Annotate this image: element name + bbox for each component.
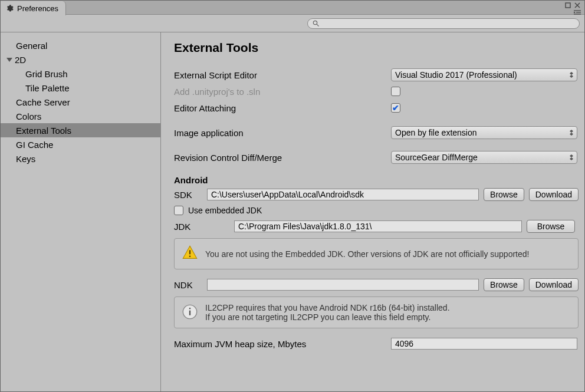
dropdown-revision-control[interactable]: SourceGear DiffMerge — [391, 151, 577, 164]
svg-rect-9 — [189, 250, 190, 254]
row-use-embedded-jdk: Use embedded JDK — [174, 204, 579, 217]
main-panel: External Tools External Script Editor Vi… — [161, 32, 584, 391]
label-editor-attaching: Editor Attaching — [174, 103, 391, 113]
dropdown-external-script-editor[interactable]: Visual Studio 2017 (Professional) — [391, 68, 577, 81]
sidebar-item-external-tools[interactable]: External Tools — [1, 123, 160, 137]
checkbox-editor-attaching[interactable] — [391, 103, 400, 113]
body: General 2D Grid Brush Tile Palette Cache… — [1, 32, 584, 391]
row-ndk: NDK Browse Download — [174, 278, 579, 292]
search-row — [1, 15, 584, 32]
dock-icon[interactable] — [563, 2, 573, 9]
tab-preferences[interactable]: Preferences — [1, 1, 66, 15]
button-jdk-browse[interactable]: Browse — [527, 220, 575, 233]
row-revision-control: Revision Control Diff/Merge SourceGear D… — [174, 149, 579, 166]
sidebar-item-keys[interactable]: Keys — [1, 151, 160, 166]
input-ndk-path[interactable] — [207, 279, 479, 291]
row-jdk: JDK Browse — [174, 219, 579, 233]
label-sdk: SDK — [174, 190, 202, 200]
caret-down-icon — [6, 58, 12, 62]
input-sdk-path[interactable] — [207, 189, 479, 200]
button-sdk-browse[interactable]: Browse — [484, 188, 524, 201]
sidebar-item-general[interactable]: General — [1, 38, 160, 52]
label-ndk: NDK — [174, 280, 202, 290]
search-input[interactable] — [322, 19, 574, 28]
row-heap: Maximum JVM heap size, Mbytes — [174, 337, 579, 351]
info-ndk: IL2CPP requires that you have Android ND… — [174, 297, 579, 328]
label-use-embedded-jdk: Use embedded JDK — [188, 206, 262, 215]
search-field[interactable] — [307, 18, 580, 29]
svg-rect-10 — [189, 256, 190, 257]
row-editor-attaching: Editor Attaching — [174, 100, 579, 116]
label-jdk: JDK — [174, 222, 229, 232]
menu-icon[interactable] — [573, 9, 582, 16]
warning-icon — [182, 245, 198, 263]
label-revision-control: Revision Control Diff/Merge — [174, 153, 391, 163]
tab-label: Preferences — [17, 4, 58, 13]
page-title: External Tools — [174, 41, 579, 55]
info-ndk-text: IL2CPP requires that you have Android ND… — [205, 303, 450, 322]
sidebar-item-tile-palette[interactable]: Tile Palette — [1, 81, 160, 95]
row-image-application: Image application Open by file extension — [174, 124, 579, 141]
sidebar-item-cache-server[interactable]: Cache Server — [1, 95, 160, 109]
svg-point-7 — [313, 21, 317, 24]
sidebar-item-gi-cache[interactable]: GI Cache — [1, 137, 160, 151]
label-external-script-editor: External Script Editor — [174, 70, 391, 80]
close-icon[interactable] — [573, 2, 582, 9]
svg-rect-13 — [189, 308, 190, 309]
row-add-unityproj: Add .unityproj's to .sln — [174, 83, 579, 100]
label-heap: Maximum JVM heap size, Mbytes — [174, 339, 391, 349]
button-ndk-browse[interactable]: Browse — [484, 278, 524, 291]
gear-icon — [5, 4, 14, 12]
svg-rect-12 — [189, 310, 190, 315]
sidebar-item-grid-brush[interactable]: Grid Brush — [1, 67, 160, 81]
label-image-application: Image application — [174, 128, 391, 138]
label-add-unityproj: Add .unityproj's to .sln — [174, 87, 391, 97]
checkbox-add-unityproj[interactable] — [391, 87, 400, 96]
input-heap[interactable] — [391, 338, 577, 350]
dropdown-image-application[interactable]: Open by file extension — [391, 126, 577, 139]
row-external-script-editor: External Script Editor Visual Studio 201… — [174, 67, 579, 83]
row-sdk: SDK Browse Download — [174, 187, 579, 202]
warning-jdk: You are not using the Embedded JDK. Othe… — [174, 238, 579, 269]
button-sdk-download[interactable]: Download — [529, 188, 579, 201]
sidebar-item-colors[interactable]: Colors — [1, 109, 160, 123]
info-icon — [182, 304, 198, 322]
svg-rect-0 — [566, 3, 570, 8]
section-android: Android — [174, 175, 579, 185]
window-controls — [563, 2, 582, 9]
preferences-window: Preferences General 2D Grid Brush Til — [0, 0, 585, 392]
sidebar-item-2d[interactable]: 2D — [1, 52, 160, 67]
svg-line-8 — [317, 24, 318, 26]
svg-marker-6 — [574, 12, 576, 14]
tab-row: Preferences — [1, 1, 584, 15]
warning-jdk-text: You are not using the Embedded JDK. Othe… — [205, 249, 529, 259]
input-jdk-path[interactable] — [234, 220, 522, 232]
sidebar: General 2D Grid Brush Tile Palette Cache… — [1, 32, 161, 391]
button-ndk-download[interactable]: Download — [529, 278, 579, 291]
checkbox-use-embedded-jdk[interactable] — [174, 206, 183, 215]
search-icon — [313, 20, 320, 27]
